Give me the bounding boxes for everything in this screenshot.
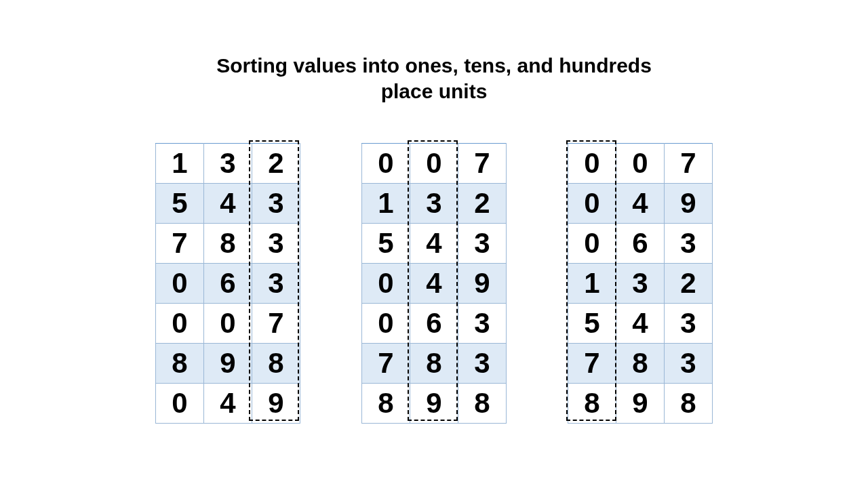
digit-cell: 4	[204, 184, 252, 224]
digit-cell: 7	[665, 144, 713, 184]
place-value-table-0: 132543783063007898049	[155, 143, 300, 424]
digit-cell: 1	[362, 184, 410, 224]
digit-cell: 4	[410, 224, 458, 264]
table-row: 543	[568, 304, 713, 344]
digit-cell: 8	[252, 344, 300, 384]
table-row: 049	[362, 264, 507, 304]
digit-cell: 5	[156, 184, 204, 224]
digit-table: 132543783063007898049	[155, 143, 300, 424]
digit-cell: 0	[362, 264, 410, 304]
digit-cell: 0	[156, 304, 204, 344]
digit-cell: 8	[156, 344, 204, 384]
digit-cell: 6	[616, 224, 665, 264]
table-row: 007	[568, 144, 713, 184]
digit-cell: 6	[204, 264, 252, 304]
table-row: 132	[156, 144, 300, 184]
digit-cell: 2	[252, 144, 300, 184]
digit-cell: 3	[204, 144, 252, 184]
digit-cell: 2	[458, 184, 507, 224]
place-value-table-1: 007132543049063783898	[361, 143, 507, 424]
table-row: 543	[156, 184, 300, 224]
digit-cell: 0	[204, 304, 252, 344]
digit-cell: 2	[665, 264, 713, 304]
digit-cell: 7	[156, 224, 204, 264]
digit-cell: 8	[458, 384, 507, 424]
table-row: 783	[156, 224, 300, 264]
digit-cell: 8	[568, 384, 616, 424]
digit-cell: 9	[665, 184, 713, 224]
table-row: 007	[362, 144, 507, 184]
digit-cell: 0	[568, 224, 616, 264]
digit-cell: 4	[616, 304, 665, 344]
table-row: 132	[362, 184, 507, 224]
digit-cell: 0	[362, 144, 410, 184]
digit-cell: 0	[362, 304, 410, 344]
digit-cell: 8	[616, 344, 665, 384]
table-row: 898	[568, 384, 713, 424]
digit-cell: 3	[458, 224, 507, 264]
digit-cell: 3	[458, 304, 507, 344]
digit-cell: 9	[204, 344, 252, 384]
digit-cell: 4	[410, 264, 458, 304]
digit-cell: 7	[458, 144, 507, 184]
digit-cell: 7	[568, 344, 616, 384]
digit-cell: 3	[410, 184, 458, 224]
digit-cell: 1	[156, 144, 204, 184]
digit-table: 007132543049063783898	[361, 143, 507, 424]
table-row: 783	[362, 344, 507, 384]
digit-cell: 6	[410, 304, 458, 344]
digit-cell: 9	[252, 384, 300, 424]
table-row: 898	[362, 384, 507, 424]
table-row: 007	[156, 304, 300, 344]
digit-cell: 0	[568, 144, 616, 184]
tables-container: 1325437830630078980490071325430490637838…	[0, 143, 868, 424]
digit-cell: 4	[616, 184, 665, 224]
digit-cell: 8	[204, 224, 252, 264]
digit-table: 007049063132543783898	[568, 143, 713, 424]
table-row: 049	[568, 184, 713, 224]
digit-cell: 5	[362, 224, 410, 264]
digit-cell: 9	[458, 264, 507, 304]
digit-cell: 3	[252, 184, 300, 224]
digit-cell: 8	[410, 344, 458, 384]
table-row: 783	[568, 344, 713, 384]
digit-cell: 3	[252, 264, 300, 304]
digit-cell: 7	[252, 304, 300, 344]
digit-cell: 3	[252, 224, 300, 264]
digit-cell: 8	[665, 384, 713, 424]
digit-cell: 8	[362, 384, 410, 424]
title-line-1: Sorting values into ones, tens, and hund…	[216, 54, 652, 77]
digit-cell: 0	[616, 144, 665, 184]
digit-cell: 9	[616, 384, 665, 424]
table-row: 898	[156, 344, 300, 384]
digit-cell: 3	[665, 344, 713, 384]
digit-cell: 3	[665, 304, 713, 344]
digit-cell: 0	[156, 264, 204, 304]
digit-cell: 3	[616, 264, 665, 304]
digit-cell: 7	[362, 344, 410, 384]
digit-cell: 0	[410, 144, 458, 184]
title-line-2: place units	[381, 80, 488, 102]
digit-cell: 3	[458, 344, 507, 384]
digit-cell: 5	[568, 304, 616, 344]
table-row: 063	[568, 224, 713, 264]
digit-cell: 4	[204, 384, 252, 424]
place-value-table-2: 007049063132543783898	[568, 143, 713, 424]
table-row: 063	[362, 304, 507, 344]
table-row: 132	[568, 264, 713, 304]
digit-cell: 0	[568, 184, 616, 224]
diagram-title: Sorting values into ones, tens, and hund…	[0, 0, 868, 104]
digit-cell: 1	[568, 264, 616, 304]
digit-cell: 0	[156, 384, 204, 424]
table-row: 543	[362, 224, 507, 264]
digit-cell: 3	[665, 224, 713, 264]
table-row: 063	[156, 264, 300, 304]
digit-cell: 9	[410, 384, 458, 424]
table-row: 049	[156, 384, 300, 424]
